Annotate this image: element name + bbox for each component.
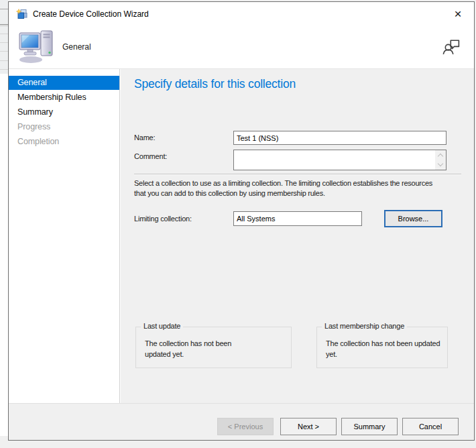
- content-heading: Specify details for this collection: [134, 77, 296, 91]
- last-membership-change-text: The collection has not been updated yet.: [326, 338, 440, 359]
- last-update-legend: Last update: [141, 322, 183, 330]
- chevron-up-icon[interactable]: [438, 154, 443, 159]
- wizard-icon: [16, 9, 27, 20]
- last-membership-change-legend: Last membership change: [322, 322, 407, 330]
- next-button[interactable]: Next >: [280, 418, 337, 435]
- chevron-down-icon[interactable]: [438, 161, 443, 166]
- section-divider: [134, 174, 461, 175]
- wizard-window: Create Device Collection Wizard ×: [8, 1, 475, 441]
- cancel-button[interactable]: Cancel: [402, 418, 459, 435]
- wizard-steps-sidebar: General Membership Rules Summary Progres…: [9, 69, 120, 403]
- window-title: Create Device Collection Wizard: [33, 2, 149, 26]
- sidebar-item-progress: Progress: [9, 120, 119, 134]
- last-update-text: The collection has not been updated yet.: [145, 338, 231, 359]
- comment-scrollbar[interactable]: [435, 150, 446, 170]
- last-membership-change-groupbox: Last membership change The collection ha…: [316, 327, 448, 368]
- limiting-collection-input[interactable]: [233, 211, 362, 226]
- limiting-collection-label: Limiting collection:: [134, 212, 192, 226]
- sidebar-item-completion: Completion: [9, 135, 119, 149]
- banner: General: [9, 26, 474, 68]
- close-icon[interactable]: ×: [449, 5, 467, 23]
- titlebar: Create Device Collection Wizard ×: [9, 2, 474, 26]
- feedback-person-icon[interactable]: [442, 37, 462, 57]
- browse-button[interactable]: Browse...: [384, 210, 442, 227]
- computer-icon: [18, 28, 57, 66]
- name-input[interactable]: [233, 131, 447, 145]
- sidebar-item-membership-rules[interactable]: Membership Rules: [9, 91, 119, 105]
- limiting-description: Select a collection to use as a limiting…: [134, 178, 432, 199]
- sidebar-item-general[interactable]: General: [9, 76, 119, 90]
- comment-label: Comment:: [134, 150, 167, 164]
- page-title: General: [62, 26, 91, 68]
- wizard-footer: < Previous Next > Summary Cancel: [9, 403, 474, 440]
- wizard-page-content: Specify details for this collection Name…: [121, 69, 474, 403]
- summary-button[interactable]: Summary: [341, 418, 398, 435]
- comment-input[interactable]: [233, 150, 447, 170]
- sidebar-item-summary[interactable]: Summary: [9, 105, 119, 119]
- name-label: Name:: [134, 131, 155, 145]
- last-update-groupbox: Last update The collection has not been …: [135, 327, 292, 368]
- previous-button: < Previous: [217, 418, 274, 435]
